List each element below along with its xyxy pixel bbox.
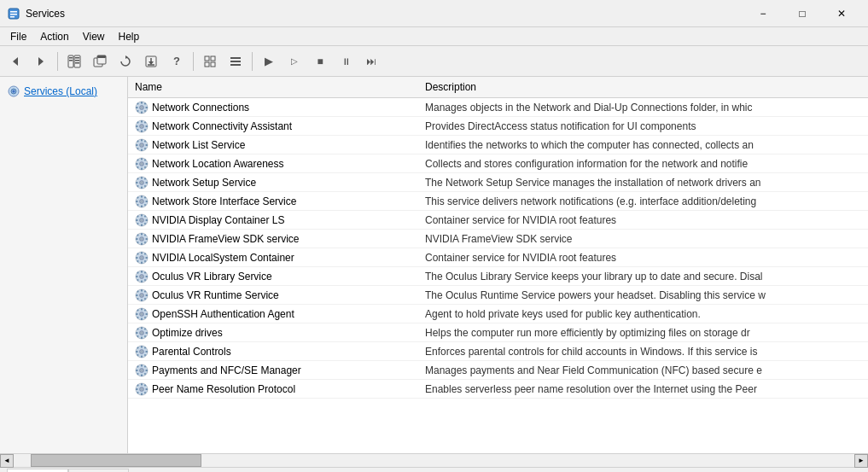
svg-rect-93 xyxy=(141,214,143,217)
svg-rect-25 xyxy=(230,57,241,59)
table-row[interactable]: OpenSSH Authentication AgentAgent to hol… xyxy=(128,305,868,323)
svg-rect-183 xyxy=(141,383,143,386)
svg-rect-134 xyxy=(141,299,143,301)
service-desc-text: Agent to hold private keys used for publ… xyxy=(418,306,868,322)
title-bar: Services − □ ✕ xyxy=(0,0,868,27)
svg-rect-75 xyxy=(136,182,138,184)
table-row[interactable]: Network Store Interface ServiceThis serv… xyxy=(128,192,868,211)
forward-button[interactable] xyxy=(29,50,53,73)
svg-rect-74 xyxy=(141,186,143,189)
tab-standard[interactable]: Standard xyxy=(68,469,129,473)
svg-rect-136 xyxy=(146,294,149,296)
svg-rect-83 xyxy=(141,195,143,198)
svg-rect-105 xyxy=(136,238,138,240)
svg-point-132 xyxy=(140,293,144,297)
close-button[interactable]: ✕ xyxy=(822,0,861,27)
app-icon xyxy=(7,7,20,20)
help-button[interactable]: ? xyxy=(165,50,189,73)
service-desc-text: Enables serverless peer name resolution … xyxy=(418,382,868,397)
view-detail-button[interactable] xyxy=(224,50,248,73)
table-row[interactable]: Oculus VR Library ServiceThe Oculus Libr… xyxy=(128,267,868,286)
service-name-text: Peer Name Resolution Protocol xyxy=(152,383,295,395)
table-row[interactable]: Optimize drivesHelps the computer run mo… xyxy=(128,323,868,342)
services-list[interactable]: Network ConnectionsManages objects in th… xyxy=(128,98,868,453)
maximize-button[interactable]: □ xyxy=(783,0,822,27)
service-name-text: NVIDIA FrameView SDK service xyxy=(152,233,300,245)
table-row[interactable]: Parental ControlsEnforces parental contr… xyxy=(128,342,868,361)
table-row[interactable]: Oculus VR Runtime ServiceThe Oculus Runt… xyxy=(128,286,868,305)
svg-point-122 xyxy=(140,274,144,278)
service-desc-text: NVIDIA FrameView SDK service xyxy=(418,231,868,247)
service-icon xyxy=(135,307,149,321)
col-header-desc[interactable]: Description xyxy=(418,79,868,95)
table-row[interactable]: Peer Name Resolution ProtocolEnables ser… xyxy=(128,380,868,399)
svg-point-32 xyxy=(140,105,144,109)
minimize-button[interactable]: − xyxy=(743,0,783,27)
svg-rect-106 xyxy=(146,238,149,240)
scroll-thumb[interactable] xyxy=(31,454,201,467)
service-name-text: Oculus VR Runtime Service xyxy=(152,289,279,301)
restart-service-button[interactable]: ⏭ xyxy=(359,50,383,73)
service-desc-text: Helps the computer run more efficiently … xyxy=(418,325,868,341)
svg-rect-173 xyxy=(141,364,143,367)
svg-rect-94 xyxy=(141,224,143,226)
menu-view[interactable]: View xyxy=(76,27,112,45)
toolbar: ? ▶ ▷ ■ ⏸ ⏭ xyxy=(0,46,868,77)
menu-file[interactable]: File xyxy=(3,27,33,45)
start-service-button[interactable]: ▶ xyxy=(257,50,281,73)
table-row[interactable]: Payments and NFC/SE ManagerManages payme… xyxy=(128,361,868,380)
new-window-button[interactable] xyxy=(88,50,112,73)
horizontal-scrollbar[interactable]: ◄ ► xyxy=(0,453,868,467)
table-row[interactable]: NVIDIA Display Container LSContainer ser… xyxy=(128,211,868,230)
svg-rect-44 xyxy=(141,130,143,132)
svg-rect-84 xyxy=(141,205,143,207)
stop-service-button[interactable]: ■ xyxy=(308,50,332,73)
svg-rect-116 xyxy=(146,257,149,259)
menu-bar: File Action View Help xyxy=(0,27,868,46)
service-desc-text: Provides DirectAccess status notificatio… xyxy=(418,119,868,134)
service-desc-text: Container service for NVIDIA root featur… xyxy=(418,213,868,228)
service-icon xyxy=(135,364,149,377)
table-row[interactable]: Network Location AwarenessCollects and s… xyxy=(128,154,868,173)
scroll-left-button[interactable]: ◄ xyxy=(0,454,14,468)
table-row[interactable]: NVIDIA FrameView SDK serviceNVIDIA Frame… xyxy=(128,230,868,248)
menu-help[interactable]: Help xyxy=(112,27,147,45)
svg-rect-156 xyxy=(146,332,149,334)
service-name-cell: Network Connectivity Assistant xyxy=(128,118,418,135)
console-view-button[interactable] xyxy=(62,50,86,73)
table-row[interactable]: Network ConnectionsManages objects in th… xyxy=(128,98,868,117)
export-button[interactable] xyxy=(139,50,163,73)
refresh-button[interactable] xyxy=(114,50,137,73)
service-name-cell: Network Connections xyxy=(128,99,418,116)
service-desc-text: Manages objects in the Network and Dial-… xyxy=(418,100,868,115)
start-service-button-2[interactable]: ▷ xyxy=(283,50,306,73)
col-header-name[interactable]: Name xyxy=(128,79,418,95)
svg-rect-12 xyxy=(75,62,79,64)
table-row[interactable]: NVIDIA LocalSystem ContainerContainer se… xyxy=(128,248,868,267)
menu-action[interactable]: Action xyxy=(33,27,75,45)
service-name-text: Oculus VR Library Service xyxy=(152,271,272,283)
table-row[interactable]: Network Connectivity AssistantProvides D… xyxy=(128,117,868,136)
svg-rect-146 xyxy=(146,313,149,315)
svg-rect-1 xyxy=(10,11,17,13)
service-name-cell: Optimize drives xyxy=(128,324,418,341)
service-name-text: Network Location Awareness xyxy=(152,158,284,170)
view-list-button[interactable] xyxy=(198,50,222,73)
service-icon xyxy=(135,232,149,246)
tab-extended[interactable]: Extended xyxy=(7,469,68,473)
table-row[interactable]: Network Setup ServiceThe Network Setup S… xyxy=(128,173,868,192)
back-button[interactable] xyxy=(3,50,27,73)
scroll-right-button[interactable]: ► xyxy=(854,454,868,468)
svg-rect-36 xyxy=(146,107,149,108)
service-icon xyxy=(135,270,149,283)
service-name-cell: Network Store Interface Service xyxy=(128,193,418,210)
svg-rect-11 xyxy=(75,60,79,61)
svg-rect-64 xyxy=(141,167,143,170)
service-desc-text: Identifies the networks to which the com… xyxy=(418,137,868,153)
services-local-item[interactable]: Services (Local) xyxy=(3,82,124,101)
service-name-text: Network Connections xyxy=(152,102,249,114)
pause-service-button[interactable]: ⏸ xyxy=(334,50,358,73)
table-row[interactable]: Network List ServiceIdentifies the netwo… xyxy=(128,136,868,154)
toolbar-sep-3 xyxy=(252,52,253,71)
svg-rect-23 xyxy=(205,62,209,67)
